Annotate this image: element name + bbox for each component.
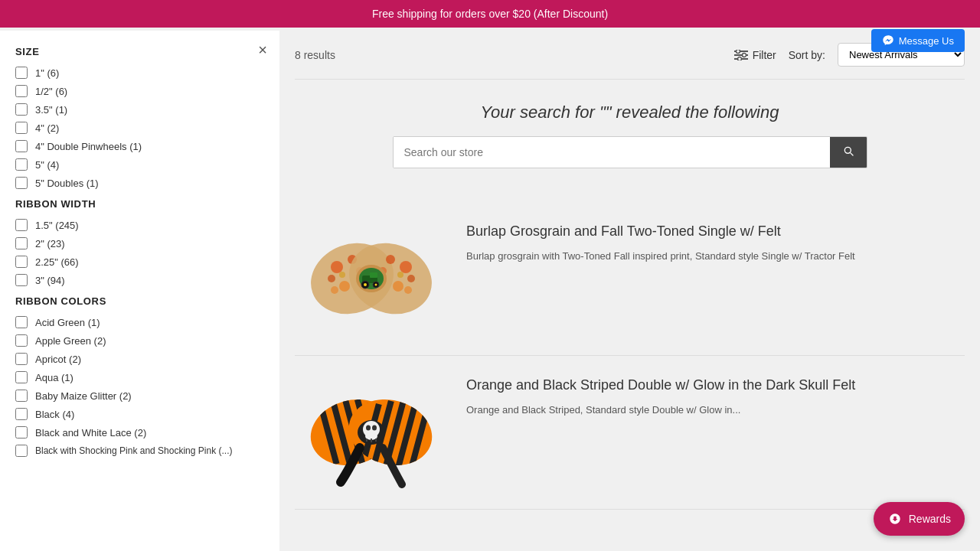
- svg-point-10: [339, 281, 350, 292]
- search-section: Your search for "" revealed the followin…: [295, 95, 965, 184]
- filter-item-rc-4[interactable]: Aqua (1): [15, 371, 264, 383]
- product-card-1: Burlap Grosgrain and Fall Two-Toned Sing…: [295, 202, 965, 356]
- svg-point-5: [737, 57, 741, 60]
- filter-item-rc-5[interactable]: Baby Maize Glitter (2): [15, 390, 264, 402]
- label-rw-3: 2.25" (66): [35, 256, 79, 268]
- label-rw-1: 1.5" (245): [35, 220, 79, 231]
- checkbox-rc-6[interactable]: [15, 408, 28, 420]
- product-info-1: Burlap Grosgrain and Fall Two-Toned Sing…: [466, 217, 965, 340]
- checkbox-rw-1[interactable]: [15, 219, 28, 231]
- svg-point-20: [397, 272, 403, 278]
- svg-point-3: [736, 50, 740, 54]
- label-size-4: 4" (2): [35, 122, 59, 134]
- checkbox-size-6[interactable]: [15, 158, 28, 171]
- svg-rect-27: [370, 272, 377, 278]
- size-filter-list: 1" (6) 1/2" (6) 3.5" (1) 4" (2) 4" Doubl…: [15, 67, 264, 189]
- svg-point-13: [331, 286, 338, 294]
- search-button[interactable]: [830, 137, 867, 168]
- size-section-title: SIZE: [15, 46, 264, 57]
- filter-item-rw-1[interactable]: 1.5" (245): [15, 219, 264, 231]
- filter-item-size-3[interactable]: 3.5" (1): [15, 103, 264, 116]
- checkbox-rc-1[interactable]: [15, 316, 28, 328]
- rewards-label: Rewards: [909, 513, 951, 525]
- checkbox-rc-4[interactable]: [15, 371, 28, 383]
- filter-button[interactable]: Filter: [734, 49, 776, 61]
- svg-point-15: [400, 261, 412, 273]
- filter-label: Filter: [753, 49, 776, 61]
- product-title-2[interactable]: Orange and Black Striped Double w/ Glow …: [466, 377, 965, 393]
- checkbox-rw-4[interactable]: [15, 274, 28, 286]
- filter-item-rc-2[interactable]: Apple Green (2): [15, 334, 264, 347]
- product-image-area-2: [295, 371, 448, 494]
- message-us-button[interactable]: Message Us: [871, 29, 965, 52]
- message-us-label: Message Us: [899, 35, 954, 47]
- filter-item-size-6[interactable]: 5" (4): [15, 158, 264, 171]
- label-size-2: 1/2" (6): [35, 86, 67, 97]
- bow-fall-image: [302, 217, 440, 340]
- checkbox-rc-5[interactable]: [15, 390, 28, 402]
- product-image-2[interactable]: [302, 371, 440, 494]
- ribbon-width-filter-list: 1.5" (245) 2" (23) 2.25" (66) 3" (94): [15, 219, 264, 286]
- svg-point-28: [364, 283, 367, 286]
- checkbox-rc-2[interactable]: [15, 334, 28, 347]
- checkbox-rc-3[interactable]: [15, 353, 28, 365]
- checkbox-size-3[interactable]: [15, 103, 28, 116]
- filter-item-rw-4[interactable]: 3" (94): [15, 274, 264, 286]
- label-rc-4: Aqua (1): [35, 372, 74, 383]
- checkbox-size-7[interactable]: [15, 177, 28, 189]
- search-input[interactable]: [394, 137, 830, 168]
- filter-item-size-2[interactable]: 1/2" (6): [15, 85, 264, 97]
- label-rw-4: 3" (94): [35, 275, 65, 286]
- label-rw-2: 2" (23): [35, 238, 65, 249]
- svg-point-29: [375, 284, 377, 286]
- label-size-7: 5" Doubles (1): [35, 178, 99, 189]
- filter-item-size-1[interactable]: 1" (6): [15, 67, 264, 79]
- filter-item-rc-6[interactable]: Black (4): [15, 408, 264, 420]
- filter-item-size-4[interactable]: 4" (2): [15, 122, 264, 134]
- svg-point-47: [366, 425, 371, 431]
- svg-point-9: [328, 275, 335, 282]
- product-desc-1: Burlap grosgrain with Two-Toned Fall ins…: [466, 249, 965, 264]
- filter-icon: [734, 50, 748, 60]
- ribbon-colors-filter-list: Acid Green (1) Apple Green (2) Apricot (…: [15, 316, 264, 457]
- checkbox-rw-2[interactable]: [15, 237, 28, 249]
- label-rc-5: Baby Maize Glitter (2): [35, 390, 132, 402]
- product-title-1[interactable]: Burlap Grosgrain and Fall Two-Toned Sing…: [466, 223, 965, 240]
- messenger-icon: [882, 34, 894, 47]
- filter-item-rc-8[interactable]: Black with Shocking Pink and Shocking Pi…: [15, 445, 264, 457]
- close-button[interactable]: ×: [258, 41, 267, 59]
- results-count: 8 results: [295, 49, 335, 61]
- search-icon: [842, 145, 854, 157]
- filter-item-size-7[interactable]: 5" Doubles (1): [15, 177, 264, 189]
- checkbox-size-2[interactable]: [15, 85, 28, 97]
- svg-point-7: [331, 261, 343, 273]
- sort-label: Sort by:: [789, 49, 825, 61]
- checkbox-size-1[interactable]: [15, 67, 28, 79]
- checkbox-size-5[interactable]: [15, 140, 28, 152]
- filter-item-rw-2[interactable]: 2" (23): [15, 237, 264, 249]
- svg-point-18: [393, 281, 403, 292]
- filter-item-rc-3[interactable]: Apricot (2): [15, 353, 264, 365]
- results-header: 8 results Filter Sort by: Newest Arriv: [295, 31, 965, 80]
- product-card-2: Orange and Black Striped Double w/ Glow …: [295, 356, 965, 510]
- product-image-1[interactable]: [302, 217, 440, 340]
- checkbox-size-4[interactable]: [15, 122, 28, 134]
- label-rc-6: Black (4): [35, 409, 74, 420]
- checkbox-rc-7[interactable]: [15, 426, 28, 439]
- svg-point-21: [404, 286, 412, 294]
- filter-item-rc-1[interactable]: Acid Green (1): [15, 316, 264, 328]
- rewards-button[interactable]: Rewards: [874, 502, 965, 536]
- product-desc-2: Orange and Black Striped, Standard style…: [466, 403, 965, 418]
- filter-item-rc-7[interactable]: Black and White Lace (2): [15, 426, 264, 439]
- filter-item-size-5[interactable]: 4" Double Pinwheels (1): [15, 140, 264, 152]
- rewards-icon: [887, 511, 903, 527]
- checkbox-rc-8[interactable]: [15, 445, 28, 457]
- search-title: Your search for "" revealed the followin…: [295, 103, 965, 122]
- filter-item-rw-3[interactable]: 2.25" (66): [15, 256, 264, 268]
- label-size-3: 3.5" (1): [35, 104, 67, 116]
- svg-point-48: [372, 425, 377, 431]
- checkbox-rw-3[interactable]: [15, 256, 28, 268]
- label-rc-1: Acid Green (1): [35, 317, 100, 328]
- svg-point-12: [339, 272, 345, 278]
- label-size-6: 5" (4): [35, 159, 59, 171]
